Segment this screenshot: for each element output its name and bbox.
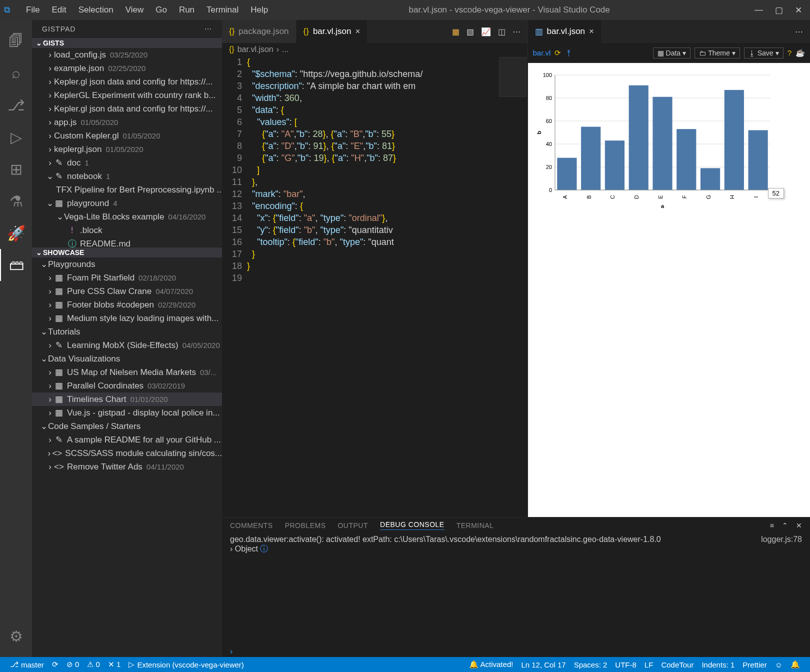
section-showcase[interactable]: ⌄SHOWCASE [32, 248, 222, 258]
save-button[interactable]: ⭳ Save ▾ [744, 48, 784, 58]
tree-item[interactable]: ›▦Parallel Coordinates03/02/2019 [32, 379, 222, 392]
tab-close-icon[interactable]: × [589, 26, 594, 36]
minimap[interactable] [499, 57, 526, 97]
tree-group[interactable]: ⌄Data Visualizations [32, 352, 222, 366]
status-errors[interactable]: ⊘ 0 [62, 660, 84, 669]
log-source[interactable]: logger.js:78 [761, 535, 802, 544]
gistpad-icon[interactable]: 🗃 [0, 249, 32, 281]
tree-group[interactable]: ⌄Code Samples / Starters [32, 420, 222, 433]
open-preview-icon[interactable]: ▧ [466, 27, 474, 36]
tree-item[interactable]: ›▦Vue.js - gistpad - display local polic… [32, 406, 222, 420]
menu-file[interactable]: File [20, 3, 46, 17]
tree-file[interactable]: ⓘREADME.md [32, 237, 222, 248]
menu-help[interactable]: Help [244, 3, 274, 17]
status-position[interactable]: Ln 12, Col 17 [517, 660, 570, 669]
explorer-icon[interactable]: 🗐 [0, 25, 32, 57]
tree-item[interactable]: ›keplergl.json01/05/2020 [32, 142, 222, 156]
refresh-icon[interactable]: ⟳ [554, 48, 561, 58]
help-icon[interactable]: ? [788, 48, 792, 57]
tree-group[interactable]: ⌄Tutorials [32, 325, 222, 338]
status-warnings[interactable]: ⚠ 0 [83, 660, 104, 669]
section-gists[interactable]: ⌄GISTS [32, 38, 222, 48]
log-object[interactable]: Object [235, 544, 258, 553]
debug-console-body[interactable]: logger.js:78geo.data.viewer:activate(): … [222, 533, 810, 646]
menu-edit[interactable]: Edit [46, 3, 72, 17]
tree-group[interactable]: ⌄Playgrounds [32, 258, 222, 271]
tree-item[interactable]: ›<>SCSS/SASS module calculating sin/cos.… [32, 446, 222, 460]
info-icon[interactable]: ⓘ [260, 544, 268, 553]
code-content[interactable]: { "$schema": "https://vega.github.io/sch… [247, 56, 528, 517]
tree-item[interactable]: ›▦Pure CSS Claw Crane04/07/2020 [32, 284, 222, 298]
tab-close-icon[interactable]: × [355, 26, 360, 36]
status-activated[interactable]: 🔔 Activated! [465, 660, 517, 669]
tree-item[interactable]: ›▦Medium style lazy loading images with.… [32, 312, 222, 325]
panel-tab-terminal[interactable]: TERMINAL [456, 522, 494, 530]
tree-file[interactable]: !.block [32, 224, 222, 237]
window-close[interactable]: ✕ [795, 5, 802, 16]
side-panel-more-icon[interactable]: ⋯ [204, 25, 212, 33]
menu-run[interactable]: Run [173, 3, 200, 17]
menu-selection[interactable]: Selection [72, 3, 120, 17]
open-table-icon[interactable]: ▦ [452, 27, 460, 36]
tree-item[interactable]: ›KeplerGL Experiment with country rank b… [32, 88, 222, 102]
tree-item[interactable]: ›▦Footer blobs #codepen02/29/2020 [32, 298, 222, 312]
testing-icon[interactable]: ⚗ [0, 185, 32, 217]
tab-package-json[interactable]: {}package.json [222, 20, 296, 43]
tree-item[interactable]: ›▦Timelines Chart01/01/2020 [32, 392, 222, 406]
status-branch[interactable]: ⎇ master [6, 660, 48, 669]
breadcrumb[interactable]: {}bar.vl.json›... [222, 43, 528, 56]
extensions-icon[interactable]: ⊞ [0, 153, 32, 185]
export-icon[interactable]: ⭱ [565, 48, 572, 57]
window-maximize[interactable]: ▢ [775, 5, 783, 16]
donate-icon[interactable]: ☕ [796, 48, 805, 58]
open-chart-icon[interactable]: 📈 [481, 27, 491, 36]
menu-terminal[interactable]: Terminal [200, 3, 244, 17]
more-actions-icon[interactable]: ⋯ [795, 27, 803, 36]
source-control-icon[interactable]: ⎇ [0, 89, 32, 121]
tree-folder-vegalite[interactable]: ⌄Vega-Lite Bl.ocks example04/16/2020 [32, 210, 222, 224]
status-sync[interactable]: ⟳ [48, 660, 62, 669]
status-spaces[interactable]: Spaces: 2 [570, 660, 612, 669]
split-editor-icon[interactable]: ◫ [498, 27, 506, 36]
tree-folder-playground[interactable]: ⌄▦playground4 [32, 196, 222, 210]
tree-item[interactable]: TFX Pipeline for Bert Preprocessing.ipyn… [32, 183, 222, 196]
tab-preview-bar-vl-json[interactable]: ▥bar.vl.json× [528, 20, 602, 43]
bar-chart[interactable]: 020406080100ABCDEFGHIab [535, 70, 775, 210]
tree-item[interactable]: ›load_config.js03/25/2020 [32, 48, 222, 62]
code-editor[interactable]: 12345678910111213141516171819 { "$schema… [222, 56, 528, 517]
tab-bar-vl-json[interactable]: {}bar.vl.json× [296, 20, 368, 43]
tree-item[interactable]: ›app.js01/05/2020 [32, 116, 222, 129]
menu-go[interactable]: Go [150, 3, 173, 17]
window-minimize[interactable]: — [754, 5, 763, 16]
data-button[interactable]: ▦ Data ▾ [653, 48, 691, 58]
settings-icon[interactable]: ⚙ [0, 620, 32, 652]
panel-collapse-icon[interactable]: ⌃ [782, 522, 788, 530]
tree-item[interactable]: ›✎A sample README for all your GitHub ..… [32, 433, 222, 446]
tree-item[interactable]: ›▦US Map of Nielsen Media Markets03/... [32, 366, 222, 379]
run-debug-icon[interactable]: ▷ [0, 121, 32, 153]
status-eol[interactable]: LF [640, 660, 658, 669]
rocket-icon[interactable]: 🚀 [0, 217, 32, 249]
panel-wrap-icon[interactable]: ≡ [770, 522, 774, 530]
status-indents[interactable]: Indents: 1 [698, 660, 738, 669]
panel-close-icon[interactable]: ✕ [796, 522, 802, 530]
status-bell-icon[interactable]: 🔔 [786, 660, 804, 669]
panel-tab-output[interactable]: OUTPUT [338, 522, 368, 530]
tree-item[interactable]: ›✎Learning MobX (Side-Effects)04/05/2020 [32, 338, 222, 352]
tree-item[interactable]: ›<>Remove Twitter Ads04/11/2020 [32, 460, 222, 474]
tree-folder-notebook[interactable]: ⌄✎notebook1 [32, 170, 222, 183]
panel-tab-problems[interactable]: PROBLEMS [285, 522, 326, 530]
status-feedback-icon[interactable]: ☺ [771, 660, 786, 669]
panel-tab-comments[interactable]: COMMENTS [230, 522, 273, 530]
status-encoding[interactable]: UTF-8 [611, 660, 640, 669]
search-icon[interactable]: ⌕ [0, 57, 32, 89]
status-prettier[interactable]: Prettier [738, 660, 770, 669]
tree-folder-doc[interactable]: ›✎doc1 [32, 156, 222, 170]
panel-tab-debugconsole[interactable]: DEBUG CONSOLE [380, 520, 444, 530]
theme-button[interactable]: 🗀 Theme ▾ [694, 48, 740, 58]
more-actions-icon[interactable]: ⋯ [512, 27, 520, 36]
status-codetour[interactable]: CodeTour [657, 660, 698, 669]
menu-view[interactable]: View [120, 3, 150, 17]
tree-item[interactable]: ›example.json02/25/2020 [32, 62, 222, 75]
tree-item[interactable]: ›Kepler.gl json data and config for http… [32, 75, 222, 88]
